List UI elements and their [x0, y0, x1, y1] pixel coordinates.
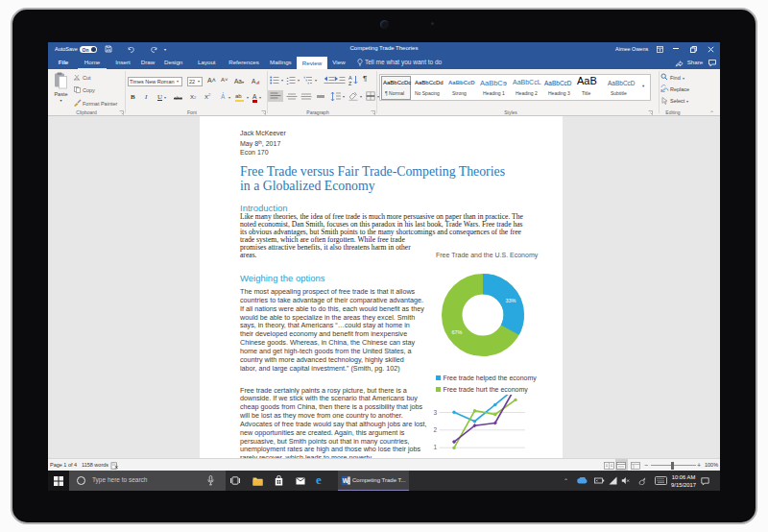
svg-text:ac: ac — [660, 88, 666, 93]
svg-text:67%: 67% — [452, 329, 463, 335]
svg-text:1: 1 — [433, 444, 437, 450]
svg-text:3: 3 — [433, 409, 437, 416]
svg-text:Z: Z — [348, 81, 352, 85]
svg-text:33%: 33% — [506, 297, 516, 302]
svg-text:2: 2 — [433, 426, 437, 433]
